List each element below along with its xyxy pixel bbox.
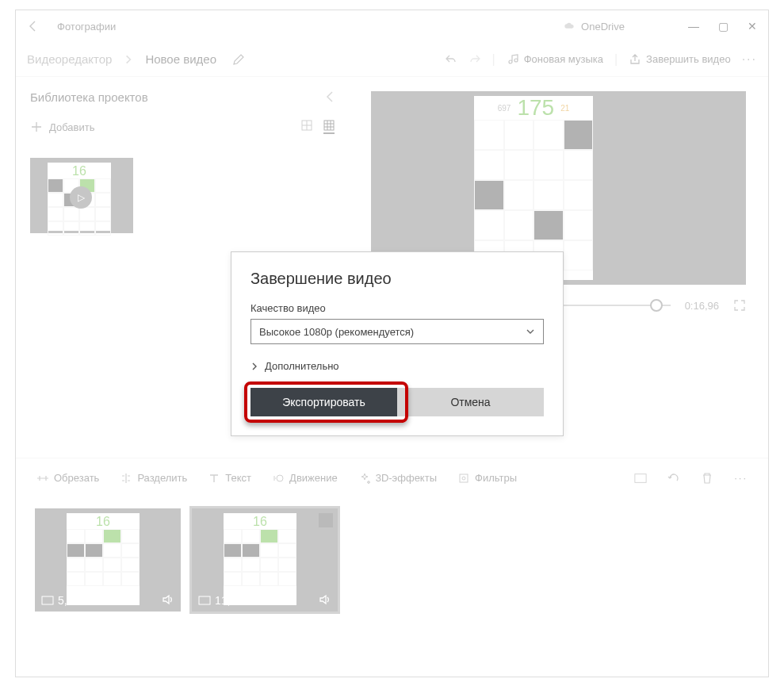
grid-large-icon <box>301 120 312 131</box>
library-thumbnail[interactable]: 16 ▷ <box>30 158 133 233</box>
delete-button[interactable] <box>701 472 713 485</box>
maximize-button[interactable]: ▢ <box>718 20 729 33</box>
time-label: 0:16,96 <box>685 300 719 312</box>
export-icon <box>629 53 641 66</box>
add-button[interactable]: Добавить <box>30 121 94 133</box>
chevron-left-icon <box>325 90 335 104</box>
svg-point-4 <box>462 477 465 480</box>
filter-icon <box>457 472 470 485</box>
chevron-right-icon <box>123 54 134 65</box>
rotate-button[interactable] <box>667 472 680 485</box>
svg-rect-1 <box>324 121 334 130</box>
motion-button[interactable]: Движение <box>272 472 338 485</box>
svg-rect-3 <box>460 474 468 482</box>
speaker-icon <box>162 594 174 605</box>
text-button[interactable]: Текст <box>208 472 251 485</box>
app-title: Фотографии <box>57 21 116 33</box>
undo-button[interactable] <box>445 53 457 66</box>
library-title: Библиотека проектов <box>30 90 148 104</box>
quality-label: Качество видео <box>250 302 544 314</box>
finish-video-button[interactable]: Завершить видео <box>629 53 731 66</box>
clip-menu-icon[interactable] <box>319 513 333 527</box>
text-icon <box>208 472 220 485</box>
project-name[interactable]: Новое видео <box>145 52 216 66</box>
more-edit-button[interactable]: ··· <box>734 472 748 484</box>
play-icon: ▷ <box>70 186 92 209</box>
edit-toolbar: Обрезать Разделить Текст Движение 3D-эфф… <box>16 458 768 497</box>
trim-icon <box>36 472 49 485</box>
3d-effects-button[interactable]: 3D-эффекты <box>358 472 437 485</box>
svg-point-2 <box>277 475 283 481</box>
aspect-icon <box>634 472 647 485</box>
view-small-button[interactable] <box>323 120 335 134</box>
fullscreen-button[interactable] <box>733 299 746 312</box>
close-button[interactable]: ✕ <box>748 20 757 33</box>
edit-name-button[interactable] <box>232 53 245 66</box>
filters-button[interactable]: Фильтры <box>457 472 517 485</box>
cancel-button[interactable]: Отмена <box>397 388 544 416</box>
trash-icon <box>701 472 713 485</box>
trim-button[interactable]: Обрезать <box>36 472 99 485</box>
svg-rect-5 <box>635 474 646 482</box>
view-large-button[interactable] <box>301 120 312 134</box>
plus-icon <box>30 121 43 133</box>
more-options-toggle[interactable]: Дополнительно <box>250 360 544 372</box>
svg-rect-7 <box>199 596 210 604</box>
collapse-button[interactable] <box>325 90 335 104</box>
more-menu-button[interactable]: ··· <box>742 52 757 67</box>
highlight <box>244 382 408 423</box>
speaker-icon <box>319 594 331 605</box>
dialog-title: Завершение видео <box>250 270 544 288</box>
grid-small-icon <box>323 120 335 131</box>
clip-2[interactable]: 16 11,97 <box>192 508 338 612</box>
svg-rect-6 <box>42 596 53 604</box>
toolbar: Видеоредактор Новое видео | Фоновая музы… <box>16 42 768 77</box>
rotate-icon <box>667 472 680 485</box>
fullscreen-icon <box>733 299 746 312</box>
export-dialog: Завершение видео Качество видео Высокое … <box>231 251 564 436</box>
split-icon <box>120 472 132 485</box>
sparkle-icon <box>358 472 371 485</box>
bg-music-button[interactable]: Фоновая музыка <box>507 53 603 66</box>
quality-select[interactable]: Высокое 1080p (рекомендуется) <box>250 319 544 344</box>
titlebar: Фотографии OneDrive — ▢ ✕ <box>16 10 768 42</box>
frame-icon <box>198 596 211 605</box>
chevron-down-icon <box>526 327 535 336</box>
back-button[interactable] <box>27 20 51 33</box>
pencil-icon <box>232 53 245 66</box>
chevron-right-icon <box>250 362 258 370</box>
clip-1[interactable]: 16 5,0 <box>35 508 181 612</box>
breadcrumb[interactable]: Видеоредактор <box>27 52 112 66</box>
redo-button[interactable] <box>468 53 481 66</box>
cloud-icon <box>564 20 576 33</box>
minimize-button[interactable]: — <box>688 20 699 33</box>
aspect-button[interactable] <box>634 472 647 485</box>
music-icon <box>507 53 519 66</box>
motion-icon <box>272 472 285 485</box>
split-button[interactable]: Разделить <box>120 472 187 485</box>
timeline: 16 5,0 16 11,97 <box>16 497 768 623</box>
frame-icon <box>41 596 54 605</box>
onedrive-button[interactable]: OneDrive <box>564 20 625 33</box>
